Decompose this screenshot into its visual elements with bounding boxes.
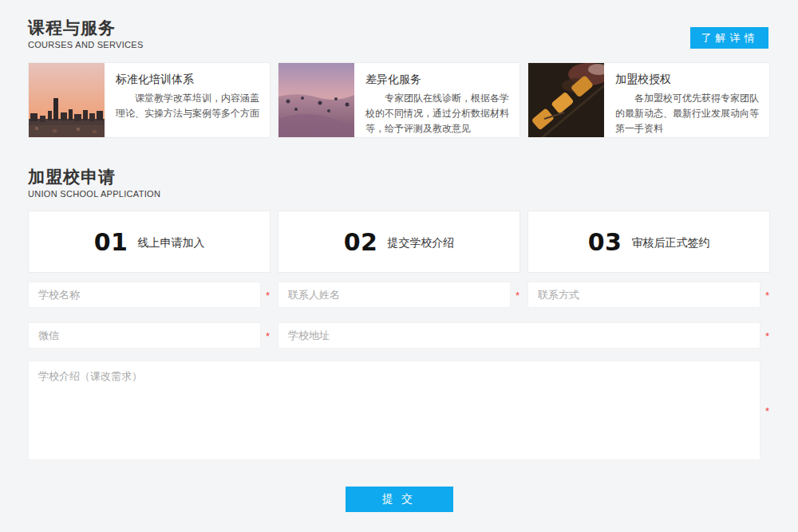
required-asterisk: * (516, 290, 519, 300)
courses-section-title: 课程与服务 (28, 18, 770, 38)
card-text-block: 差异化服务 专家团队在线诊断，根据各学校的不同情况，通过分析数据材料等，给予评测… (354, 63, 519, 137)
school-name-input[interactable] (28, 282, 261, 308)
step-label: 线上申请加入 (137, 233, 204, 250)
card-text-block: 加盟校授权 各加盟校可优先获得专家团队的最新动态、最新行业发展动向等第一手资料 (604, 63, 769, 137)
contact-phone-field: * (527, 282, 770, 308)
city-skyline-sunset-image (29, 63, 105, 137)
required-asterisk: * (266, 290, 270, 300)
school-intro-textarea[interactable] (28, 361, 760, 460)
wechat-field: * (28, 322, 271, 349)
application-form: * * * * * (28, 282, 770, 512)
form-row-1: * * * (28, 282, 770, 308)
learn-more-button[interactable]: 了解详情 (690, 27, 768, 49)
card-description: 专家团队在线诊断，根据各学校的不同情况，通过分析数据材料等，给予评测及教改意见 (365, 91, 509, 136)
step-submit-intro: 02 提交学校介绍 (278, 211, 520, 273)
card-description: 课堂教学改革培训，内容涵盖理论、实操方法与案例等多个方面 (116, 91, 259, 121)
school-address-field: * (278, 322, 770, 349)
form-row-2: * * (28, 322, 770, 349)
required-asterisk: * (765, 290, 769, 300)
card-title: 差异化服务 (365, 73, 509, 87)
contact-name-field: * (278, 282, 520, 308)
courses-section: 课程与服务 COURSES AND SERVICES 了解详情 (28, 18, 770, 138)
step-number: 02 (344, 228, 378, 256)
school-name-field: * (28, 282, 271, 308)
course-card-franchise-authorization[interactable]: 加盟校授权 各加盟校可优先获得专家团队的最新动态、最新行业发展动向等第一手资料 (527, 62, 770, 138)
required-asterisk: * (266, 330, 270, 341)
application-steps: 01 线上申请加入 02 提交学校介绍 03 审核后正式签约 (28, 211, 770, 273)
card-title: 加盟校授权 (615, 73, 759, 87)
step-label: 审核后正式签约 (631, 233, 709, 250)
courses-section-subtitle: COURSES AND SERVICES (28, 40, 770, 50)
step-apply-online: 01 线上申请加入 (28, 211, 271, 273)
contact-name-input[interactable] (278, 282, 511, 308)
submit-row: 提交 (28, 487, 770, 512)
required-asterisk: * (765, 330, 769, 341)
course-card-standard-training[interactable]: 标准化培训体系 课堂教学改革培训，内容涵盖理论、实操方法与案例等多个方面 (28, 62, 271, 138)
card-title: 标准化培训体系 (116, 73, 259, 87)
form-row-3: * (28, 361, 770, 460)
application-section-title: 加盟校申请 (28, 167, 770, 187)
step-number: 01 (94, 228, 128, 256)
submit-button[interactable]: 提交 (346, 487, 453, 512)
required-asterisk: * (765, 405, 769, 416)
step-sign-contract: 03 审核后正式签约 (527, 211, 770, 273)
school-address-input[interactable] (278, 322, 760, 349)
desert-dunes-dusk-image (279, 63, 354, 137)
contact-phone-input[interactable] (527, 282, 760, 308)
wechat-input[interactable] (28, 322, 261, 349)
card-text-block: 标准化培训体系 课堂教学改革培训，内容涵盖理论、实操方法与案例等多个方面 (105, 63, 270, 137)
step-label: 提交学校介绍 (387, 233, 454, 250)
course-card-differentiated-service[interactable]: 差异化服务 专家团队在线诊断，根据各学校的不同情况，通过分析数据材料等，给予评测… (278, 62, 520, 138)
step-number: 03 (588, 228, 622, 256)
film-strip-image (528, 63, 604, 137)
course-cards: 标准化培训体系 课堂教学改革培训，内容涵盖理论、实操方法与案例等多个方面 (28, 62, 770, 138)
page-container: 课程与服务 COURSES AND SERVICES 了解详情 (0, 0, 798, 512)
application-section-subtitle: UNION SCHOOL APPLICATION (28, 189, 770, 199)
application-section: 加盟校申请 UNION SCHOOL APPLICATION 01 线上申请加入… (28, 167, 770, 512)
school-intro-field: * (28, 361, 770, 460)
card-description: 各加盟校可优先获得专家团队的最新动态、最新行业发展动向等第一手资料 (615, 91, 759, 136)
